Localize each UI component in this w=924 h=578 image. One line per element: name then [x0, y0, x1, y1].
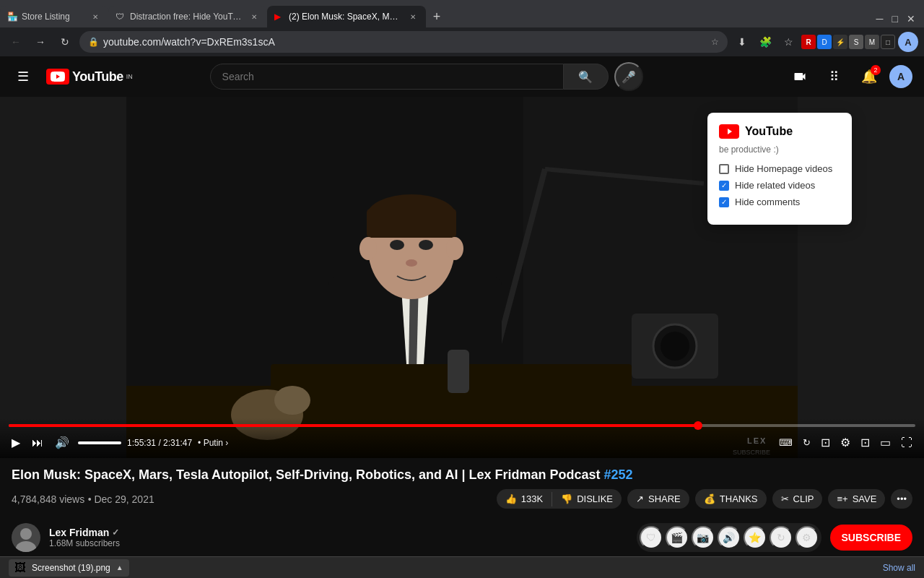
reload-button[interactable]: ↻: [55, 32, 75, 52]
svg-rect-22: [448, 350, 469, 393]
svg-point-25: [661, 332, 689, 361]
tab-elon-musk[interactable]: ▶ (2) Elon Musk: SpaceX, Mars, Te... ✕: [267, 6, 426, 27]
search-button[interactable]: 🔍: [564, 64, 609, 90]
popup-yt-icon: [719, 124, 739, 139]
new-tab-button[interactable]: +: [426, 6, 448, 27]
extensions-icon[interactable]: 🧩: [755, 32, 775, 52]
youtube-logo-icon: [46, 69, 69, 85]
hamburger-menu[interactable]: ☰: [12, 63, 35, 90]
mini-tb-sound[interactable]: 🔊: [718, 526, 741, 549]
loop-button[interactable]: ↻: [800, 434, 814, 451]
download-icon[interactable]: ⬇: [732, 32, 752, 52]
forward-button[interactable]: →: [30, 32, 51, 52]
close-window-button[interactable]: ✕: [904, 10, 918, 27]
ext-option-related-label: Hide related videos: [735, 180, 815, 191]
tab-store-listing[interactable]: 🏪 Store Listing ✕: [0, 6, 108, 27]
mini-tb-shield[interactable]: 🛡: [640, 526, 663, 549]
miniplayer-button[interactable]: ⊡: [858, 433, 873, 452]
progress-bar[interactable]: [9, 424, 915, 427]
ext-icon-2[interactable]: D: [817, 35, 832, 49]
upload-button[interactable]: [785, 62, 814, 91]
back-button[interactable]: ←: [6, 32, 26, 52]
svg-point-31: [20, 528, 32, 540]
ext-checkbox-comments[interactable]: [719, 197, 729, 207]
mini-tb-settings[interactable]: ⚙: [796, 526, 819, 549]
extension-popup: YouTube be productive :) Hide Homepage v…: [707, 113, 852, 225]
ext-icon-5[interactable]: M: [865, 35, 879, 49]
user-avatar[interactable]: A: [889, 65, 912, 88]
total-time: 2:31:47: [163, 438, 192, 448]
channel-avatar[interactable]: [12, 523, 40, 552]
video-tag-link[interactable]: #252: [604, 467, 633, 482]
mini-tb-camera[interactable]: 📷: [692, 526, 715, 549]
notification-badge: 2: [871, 65, 881, 75]
subscribe-button[interactable]: SUBSCRIBE: [830, 525, 912, 551]
tab-distraction-free[interactable]: 🛡 Distraction free: Hide YouTube c... ✕: [108, 6, 267, 27]
channel-row: Lex Fridman ✓ 1.68M subscribers 🛡 🎬 📷 🔊 …: [0, 517, 924, 556]
svg-point-19: [446, 237, 463, 260]
view-count: 4,784,848 views: [12, 493, 84, 505]
mini-tb-refresh[interactable]: ↻: [770, 526, 793, 549]
settings-button[interactable]: ⚙: [837, 433, 853, 452]
quality-button[interactable]: ⊡: [818, 433, 833, 452]
mini-toolbar: 🛡 🎬 📷 🔊 ⭐ ↻ ⚙: [637, 523, 821, 552]
search-input-wrap[interactable]: [210, 64, 564, 90]
bookmark-icon[interactable]: ☆: [711, 37, 719, 47]
apps-button[interactable]: ⠿: [820, 62, 849, 91]
more-button[interactable]: •••: [891, 489, 912, 509]
mini-tb-film[interactable]: 🎬: [666, 526, 689, 549]
svg-point-17: [406, 259, 417, 267]
youtube-logo-text: YouTube: [72, 69, 123, 85]
toolbar-right: ⬇ 🧩 ☆ R D ⚡ S M: [732, 32, 918, 52]
ext-option-homepage[interactable]: Hide Homepage videos: [719, 163, 840, 174]
ext-checkbox-homepage[interactable]: [719, 164, 729, 174]
ext-icon-3[interactable]: ⚡: [833, 35, 847, 49]
tab-close-2[interactable]: ✕: [248, 11, 260, 22]
tab-close-3[interactable]: ✕: [407, 11, 419, 22]
profile-button[interactable]: A: [898, 32, 918, 52]
search-input[interactable]: [222, 71, 552, 82]
subtitles-button[interactable]: ⌨: [776, 434, 796, 451]
theater-button[interactable]: ▭: [877, 433, 894, 452]
bottom-bar: 🖼 Screenshot (19).png ▲ Show all: [0, 556, 924, 578]
clip-button[interactable]: ✂ CLIP: [772, 489, 823, 509]
next-button[interactable]: ⏭: [29, 434, 46, 452]
thanks-button[interactable]: 💰 THANKS: [695, 489, 767, 509]
download-item: 🖼 Screenshot (19).png ▲: [9, 559, 129, 577]
tab-bar: 🏪 Store Listing ✕ 🛡 Distraction free: Hi…: [0, 0, 924, 27]
maximize-button[interactable]: □: [889, 10, 901, 27]
play-button[interactable]: ▶: [9, 433, 23, 452]
svg-rect-14: [367, 209, 456, 238]
star-icon[interactable]: ☆: [778, 32, 798, 52]
svg-point-15: [390, 240, 404, 250]
ext-icon-4[interactable]: S: [849, 35, 863, 49]
like-button[interactable]: 👍 133K: [497, 489, 552, 509]
mic-button[interactable]: 🎤: [614, 62, 643, 91]
tab-bar-controls: ─ □ ✕: [873, 10, 924, 27]
extension-icons-group: R D ⚡ S M □: [801, 35, 895, 49]
volume-slider[interactable]: [78, 441, 121, 444]
dislike-button[interactable]: 👎 DISLIKE: [552, 489, 622, 509]
search-bar: 🔍 🎤: [210, 64, 643, 90]
ext-option-comments[interactable]: Hide comments: [719, 197, 840, 207]
ext-icon-1[interactable]: R: [801, 35, 816, 49]
share-button[interactable]: ↗ SHARE: [627, 489, 689, 509]
minimize-button[interactable]: ─: [873, 10, 886, 27]
notifications-button[interactable]: 🔔 2: [855, 62, 884, 91]
save-button[interactable]: ≡+ SAVE: [828, 489, 885, 509]
youtube-header-right: ⠿ 🔔 2 A: [785, 62, 912, 91]
tab-close-1[interactable]: ✕: [90, 11, 101, 22]
ext-option-homepage-label: Hide Homepage videos: [735, 163, 832, 174]
tab-favicon-3: ▶: [274, 12, 284, 22]
ext-checkbox-related[interactable]: [719, 181, 729, 191]
fullscreen-button[interactable]: ⛶: [898, 434, 915, 452]
ext-option-related[interactable]: Hide related videos: [719, 180, 840, 191]
tab-title-3: (2) Elon Musk: SpaceX, Mars, Te...: [289, 12, 403, 22]
mini-tb-star[interactable]: ⭐: [744, 526, 767, 549]
show-all-downloads[interactable]: Show all: [883, 563, 915, 573]
volume-button[interactable]: 🔊: [52, 433, 72, 452]
youtube-logo[interactable]: YouTubeIN: [46, 69, 133, 85]
address-input-box[interactable]: 🔒 youtube.com/watch?v=DxREm3s1scA ☆: [79, 31, 728, 53]
download-chevron-icon[interactable]: ▲: [116, 564, 123, 571]
ext-icon-6[interactable]: □: [881, 35, 895, 49]
